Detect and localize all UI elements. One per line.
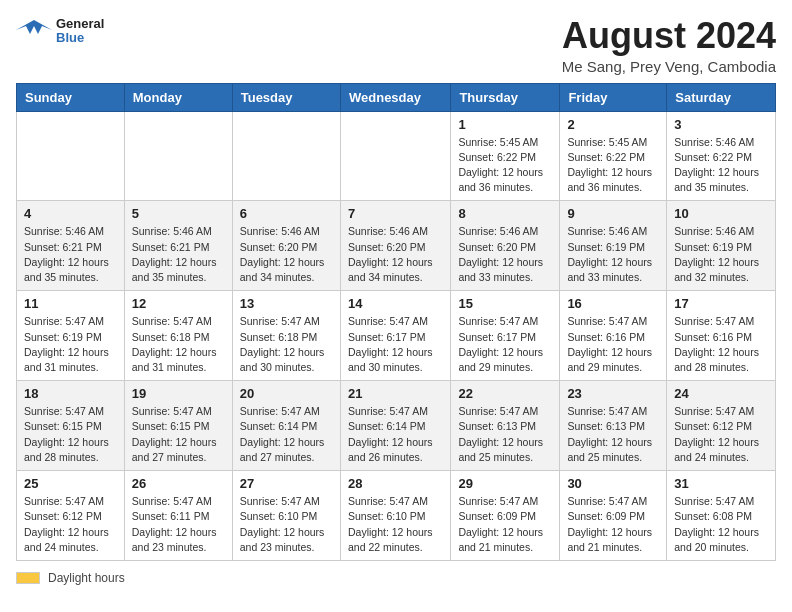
day-info: Sunrise: 5:47 AM Sunset: 6:16 PM Dayligh… <box>674 314 768 375</box>
day-info: Sunrise: 5:46 AM Sunset: 6:19 PM Dayligh… <box>567 224 659 285</box>
day-cell: 3Sunrise: 5:46 AM Sunset: 6:22 PM Daylig… <box>667 111 776 201</box>
day-cell: 15Sunrise: 5:47 AM Sunset: 6:17 PM Dayli… <box>451 291 560 381</box>
day-number: 1 <box>458 117 552 132</box>
weekday-header-saturday: Saturday <box>667 83 776 111</box>
weekday-header-wednesday: Wednesday <box>340 83 450 111</box>
day-number: 11 <box>24 296 117 311</box>
day-cell: 31Sunrise: 5:47 AM Sunset: 6:08 PM Dayli… <box>667 471 776 561</box>
day-cell: 10Sunrise: 5:46 AM Sunset: 6:19 PM Dayli… <box>667 201 776 291</box>
day-cell: 30Sunrise: 5:47 AM Sunset: 6:09 PM Dayli… <box>560 471 667 561</box>
day-info: Sunrise: 5:47 AM Sunset: 6:12 PM Dayligh… <box>24 494 117 555</box>
day-number: 23 <box>567 386 659 401</box>
day-cell: 1Sunrise: 5:45 AM Sunset: 6:22 PM Daylig… <box>451 111 560 201</box>
day-number: 5 <box>132 206 225 221</box>
day-info: Sunrise: 5:47 AM Sunset: 6:19 PM Dayligh… <box>24 314 117 375</box>
week-row-2: 4Sunrise: 5:46 AM Sunset: 6:21 PM Daylig… <box>17 201 776 291</box>
day-number: 12 <box>132 296 225 311</box>
day-info: Sunrise: 5:47 AM Sunset: 6:09 PM Dayligh… <box>567 494 659 555</box>
day-info: Sunrise: 5:47 AM Sunset: 6:12 PM Dayligh… <box>674 404 768 465</box>
header: General Blue August 2024 Me Sang, Prey V… <box>16 16 776 75</box>
day-info: Sunrise: 5:47 AM Sunset: 6:08 PM Dayligh… <box>674 494 768 555</box>
day-number: 25 <box>24 476 117 491</box>
day-cell: 14Sunrise: 5:47 AM Sunset: 6:17 PM Dayli… <box>340 291 450 381</box>
day-cell <box>232 111 340 201</box>
week-row-4: 18Sunrise: 5:47 AM Sunset: 6:15 PM Dayli… <box>17 381 776 471</box>
weekday-header-tuesday: Tuesday <box>232 83 340 111</box>
logo-text: General Blue <box>56 17 104 46</box>
week-row-1: 1Sunrise: 5:45 AM Sunset: 6:22 PM Daylig… <box>17 111 776 201</box>
day-info: Sunrise: 5:46 AM Sunset: 6:20 PM Dayligh… <box>240 224 333 285</box>
calendar-title: August 2024 <box>562 16 776 56</box>
logo-line1: General <box>56 17 104 31</box>
day-cell: 13Sunrise: 5:47 AM Sunset: 6:18 PM Dayli… <box>232 291 340 381</box>
day-cell: 20Sunrise: 5:47 AM Sunset: 6:14 PM Dayli… <box>232 381 340 471</box>
day-cell: 18Sunrise: 5:47 AM Sunset: 6:15 PM Dayli… <box>17 381 125 471</box>
day-number: 8 <box>458 206 552 221</box>
day-cell <box>17 111 125 201</box>
weekday-header-friday: Friday <box>560 83 667 111</box>
day-number: 6 <box>240 206 333 221</box>
day-info: Sunrise: 5:47 AM Sunset: 6:15 PM Dayligh… <box>24 404 117 465</box>
day-cell: 26Sunrise: 5:47 AM Sunset: 6:11 PM Dayli… <box>124 471 232 561</box>
day-info: Sunrise: 5:47 AM Sunset: 6:16 PM Dayligh… <box>567 314 659 375</box>
day-number: 4 <box>24 206 117 221</box>
week-row-3: 11Sunrise: 5:47 AM Sunset: 6:19 PM Dayli… <box>17 291 776 381</box>
day-number: 31 <box>674 476 768 491</box>
day-info: Sunrise: 5:47 AM Sunset: 6:13 PM Dayligh… <box>567 404 659 465</box>
day-cell: 28Sunrise: 5:47 AM Sunset: 6:10 PM Dayli… <box>340 471 450 561</box>
day-info: Sunrise: 5:47 AM Sunset: 6:10 PM Dayligh… <box>240 494 333 555</box>
day-cell: 22Sunrise: 5:47 AM Sunset: 6:13 PM Dayli… <box>451 381 560 471</box>
day-number: 21 <box>348 386 443 401</box>
weekday-header-thursday: Thursday <box>451 83 560 111</box>
day-number: 13 <box>240 296 333 311</box>
day-cell: 17Sunrise: 5:47 AM Sunset: 6:16 PM Dayli… <box>667 291 776 381</box>
day-info: Sunrise: 5:47 AM Sunset: 6:13 PM Dayligh… <box>458 404 552 465</box>
weekday-header-sunday: Sunday <box>17 83 125 111</box>
day-number: 15 <box>458 296 552 311</box>
day-info: Sunrise: 5:46 AM Sunset: 6:21 PM Dayligh… <box>132 224 225 285</box>
day-info: Sunrise: 5:46 AM Sunset: 6:21 PM Dayligh… <box>24 224 117 285</box>
day-cell: 25Sunrise: 5:47 AM Sunset: 6:12 PM Dayli… <box>17 471 125 561</box>
day-number: 10 <box>674 206 768 221</box>
day-cell: 27Sunrise: 5:47 AM Sunset: 6:10 PM Dayli… <box>232 471 340 561</box>
day-info: Sunrise: 5:47 AM Sunset: 6:11 PM Dayligh… <box>132 494 225 555</box>
day-info: Sunrise: 5:46 AM Sunset: 6:20 PM Dayligh… <box>458 224 552 285</box>
day-info: Sunrise: 5:47 AM Sunset: 6:17 PM Dayligh… <box>348 314 443 375</box>
day-cell: 16Sunrise: 5:47 AM Sunset: 6:16 PM Dayli… <box>560 291 667 381</box>
day-number: 28 <box>348 476 443 491</box>
day-info: Sunrise: 5:46 AM Sunset: 6:22 PM Dayligh… <box>674 135 768 196</box>
day-number: 14 <box>348 296 443 311</box>
day-cell: 21Sunrise: 5:47 AM Sunset: 6:14 PM Dayli… <box>340 381 450 471</box>
day-cell: 11Sunrise: 5:47 AM Sunset: 6:19 PM Dayli… <box>17 291 125 381</box>
day-number: 17 <box>674 296 768 311</box>
day-cell: 6Sunrise: 5:46 AM Sunset: 6:20 PM Daylig… <box>232 201 340 291</box>
logo: General Blue <box>16 16 104 46</box>
day-info: Sunrise: 5:47 AM Sunset: 6:14 PM Dayligh… <box>240 404 333 465</box>
day-number: 16 <box>567 296 659 311</box>
day-cell: 4Sunrise: 5:46 AM Sunset: 6:21 PM Daylig… <box>17 201 125 291</box>
day-number: 24 <box>674 386 768 401</box>
svg-marker-0 <box>16 20 52 34</box>
weekday-header-monday: Monday <box>124 83 232 111</box>
day-number: 30 <box>567 476 659 491</box>
day-number: 27 <box>240 476 333 491</box>
day-info: Sunrise: 5:47 AM Sunset: 6:17 PM Dayligh… <box>458 314 552 375</box>
logo-bird-icon <box>16 16 52 46</box>
day-number: 18 <box>24 386 117 401</box>
day-info: Sunrise: 5:47 AM Sunset: 6:09 PM Dayligh… <box>458 494 552 555</box>
calendar-subtitle: Me Sang, Prey Veng, Cambodia <box>562 58 776 75</box>
day-info: Sunrise: 5:46 AM Sunset: 6:20 PM Dayligh… <box>348 224 443 285</box>
title-area: August 2024 Me Sang, Prey Veng, Cambodia <box>562 16 776 75</box>
day-info: Sunrise: 5:47 AM Sunset: 6:18 PM Dayligh… <box>240 314 333 375</box>
day-cell: 29Sunrise: 5:47 AM Sunset: 6:09 PM Dayli… <box>451 471 560 561</box>
week-row-5: 25Sunrise: 5:47 AM Sunset: 6:12 PM Dayli… <box>17 471 776 561</box>
day-cell <box>340 111 450 201</box>
day-cell: 7Sunrise: 5:46 AM Sunset: 6:20 PM Daylig… <box>340 201 450 291</box>
day-number: 29 <box>458 476 552 491</box>
day-number: 19 <box>132 386 225 401</box>
day-number: 22 <box>458 386 552 401</box>
day-number: 26 <box>132 476 225 491</box>
day-info: Sunrise: 5:47 AM Sunset: 6:15 PM Dayligh… <box>132 404 225 465</box>
day-number: 2 <box>567 117 659 132</box>
day-info: Sunrise: 5:47 AM Sunset: 6:18 PM Dayligh… <box>132 314 225 375</box>
